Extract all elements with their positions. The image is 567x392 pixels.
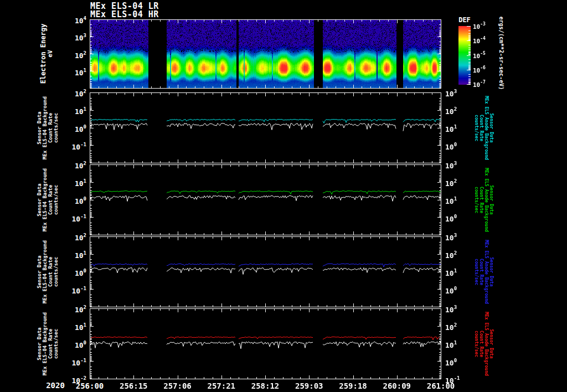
tick-label-10e0: 100	[60, 195, 86, 205]
tick-label-10e3: 103	[445, 232, 472, 242]
tick-label-10e-6: 10-6	[473, 66, 506, 74]
tick-label-10e-1: 10-1	[60, 285, 86, 295]
tick-label-10e2: 102	[445, 322, 472, 332]
tick-label-10e-1: 10-1	[60, 213, 86, 223]
x-tick-label: 261:00	[424, 381, 457, 390]
colorbar-title: DEF	[455, 16, 474, 24]
spectrogram-canvas	[90, 19, 441, 89]
x-tick-label: 256:15	[117, 381, 150, 390]
line-panel-1-canvas	[90, 92, 441, 163]
tick-label-10e4: 104	[60, 15, 86, 25]
x-tick-label: 257:06	[161, 381, 194, 390]
spectrogram-y-axis-label: Electron Energy eV	[40, 24, 54, 84]
tick-label-10e2: 102	[60, 160, 86, 170]
tick-label-10e1: 101	[445, 267, 472, 277]
tick-label-10e2: 102	[445, 106, 472, 116]
sensor-left-label-4: Sensor DataMEx ELS-04 BackgroundCount Ra…	[37, 300, 59, 388]
sensor-right-label-4: Sensor DataMEx ELS Anode BackgroundCount…	[474, 300, 494, 388]
tick-label-10e0: 100	[445, 141, 472, 151]
ev-units-label: eV	[47, 24, 54, 84]
sensor-right-label-4-line: MEx ELS Anode Background	[484, 300, 489, 388]
tick-label-10e0: 100	[445, 285, 472, 295]
x-tick-label: 257:21	[205, 381, 238, 390]
tick-label-10e0: 100	[60, 123, 86, 133]
sensor-right-label-4-line: counts/sec	[474, 300, 479, 388]
tick-label-10e1: 101	[445, 339, 472, 349]
tick-label-10e1: 101	[60, 322, 86, 332]
plot-window: MEx ELS-04 LR MEx ELS-04 HR Electron Ene…	[0, 0, 567, 392]
sensor-right-label-4-line: Sensor Data	[489, 300, 494, 388]
tick-label-10e0: 100	[60, 339, 86, 349]
tick-label-10e1: 101	[60, 67, 86, 77]
sensor-left-label-4-line: Count Rate	[48, 300, 53, 388]
line-panel-2-canvas	[90, 164, 441, 235]
title-hr: MEx ELS-04 HR	[90, 9, 159, 19]
tick-label-10e0: 100	[445, 357, 472, 367]
sensor-left-label-4-line: Sensor Data	[37, 300, 42, 388]
tick-label-10e-1: 10-1	[60, 357, 86, 367]
tick-label-10e-3: 10-3	[473, 22, 506, 30]
tick-label-10e1: 101	[445, 123, 472, 133]
tick-label-10e1: 101	[60, 106, 86, 116]
x-tick-label: 259:18	[337, 381, 370, 390]
x-tick-label: 260:09	[380, 381, 414, 390]
tick-label-10e3: 103	[445, 304, 472, 314]
tick-label-10e0: 100	[445, 213, 472, 223]
tick-label-10e2: 102	[60, 304, 86, 314]
tick-label-10e0: 100	[60, 267, 86, 277]
tick-label-10e1: 101	[60, 250, 86, 260]
x-tick-label: 258:12	[249, 381, 282, 390]
tick-label-10e1: 101	[60, 178, 86, 188]
tick-label-10e3: 103	[445, 88, 472, 98]
sensor-left-label-4-line: counts/sec	[53, 300, 59, 388]
tick-label-10e2: 102	[60, 50, 86, 60]
line-panel-3-canvas	[90, 236, 441, 307]
tick-label-10e2: 102	[60, 232, 86, 242]
line-panel-4-canvas	[90, 308, 441, 379]
tick-label-10e2: 102	[445, 178, 472, 188]
tick-label-10e1: 101	[445, 195, 472, 205]
x-tick-label: 259:03	[292, 381, 326, 390]
tick-label-10e-1: 10-1	[60, 141, 86, 151]
tick-label-10e2: 102	[60, 88, 86, 98]
sensor-right-label-4-line: Count Rate	[479, 300, 484, 388]
sensor-left-label-4-line: MEx ELS-04 Background	[42, 300, 48, 388]
tick-label-10e-4: 10-4	[473, 37, 506, 45]
x-tick-label: 256:00	[73, 381, 106, 390]
tick-label-10e3: 103	[60, 32, 86, 42]
tick-label-10e2: 102	[445, 250, 472, 260]
tick-label-10e3: 103	[445, 160, 472, 170]
tick-label-10e-5: 10-5	[473, 51, 506, 60]
